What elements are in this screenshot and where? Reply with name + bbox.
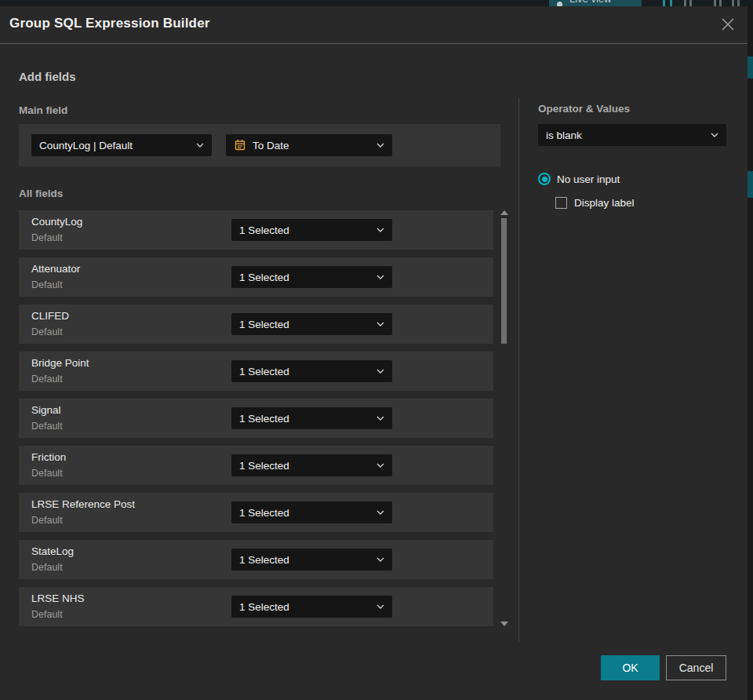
field-selection-dropdown[interactable]: 1 Selected [231, 266, 392, 288]
field-row: CountyLog Default 1 Selected [19, 210, 493, 250]
main-field-date-value: To Date [253, 140, 289, 151]
field-name: Signal [31, 404, 61, 416]
field-selection-value: 1 Selected [239, 601, 289, 613]
field-sublabel: Default [31, 374, 63, 385]
no-user-input-label: No user input [557, 173, 620, 185]
calendar-date-icon [234, 139, 246, 151]
toolbar-fragment-icon [737, 0, 740, 6]
scroll-up-icon[interactable] [500, 210, 508, 215]
screen: { "background": { "live_view_label": "Li… [0, 0, 753, 700]
field-selection-dropdown[interactable]: 1 Selected [231, 313, 392, 335]
display-label-label: Display label [574, 197, 635, 209]
main-field-label: Main field [19, 104, 67, 116]
ok-button[interactable]: OK [601, 655, 660, 680]
no-user-input-option[interactable]: No user input [538, 173, 620, 185]
field-selection-dropdown[interactable]: 1 Selected [231, 454, 392, 476]
field-selection-dropdown[interactable]: 1 Selected [231, 219, 392, 241]
field-row: StateLog Default 1 Selected [19, 540, 493, 579]
panel-divider [518, 98, 519, 642]
field-name: CLIFED [31, 310, 69, 322]
all-fields-label: All fields [19, 188, 63, 199]
chevron-down-icon [376, 510, 384, 515]
main-field-dropdown[interactable]: CountyLog | Default [31, 134, 212, 156]
operator-values-heading: Operator & Values [538, 103, 630, 115]
background-app-strip: Live view [0, 0, 753, 6]
group-sql-expression-builder-dialog: Group SQL Expression Builder Add fields … [0, 6, 748, 700]
chevron-down-icon [711, 133, 718, 137]
operator-dropdown-value: is blank [546, 129, 582, 141]
field-selection-value: 1 Selected [239, 460, 289, 472]
chevron-down-icon [376, 369, 384, 374]
scroll-down-icon[interactable] [500, 622, 508, 626]
all-fields-list: CountyLog Default 1 Selected Attenuator … [19, 210, 493, 626]
live-view-label: Live view [569, 0, 611, 5]
main-field-container: CountyLog | Default To Date [19, 124, 500, 166]
radio-dot-icon [542, 177, 547, 182]
field-row: Bridge Point Default 1 Selected [19, 352, 493, 391]
field-sublabel: Default [31, 468, 63, 479]
toolbar-fragment-icon [684, 0, 686, 6]
toolbar-fragment-icon [663, 0, 665, 6]
scrollbar-thumb[interactable] [501, 218, 507, 344]
field-selection-value: 1 Selected [239, 507, 289, 519]
field-selection-dropdown[interactable]: 1 Selected [231, 549, 392, 571]
field-sublabel: Default [31, 232, 63, 243]
chevron-down-icon [376, 228, 384, 232]
chevron-down-icon [376, 275, 384, 279]
toolbar-fragment-icon [732, 0, 734, 6]
live-view-button[interactable]: Live view [549, 0, 642, 6]
toolbar-fragment-icon [689, 0, 692, 6]
field-name: Attenuator [31, 263, 80, 275]
field-selection-dropdown[interactable]: 1 Selected [231, 596, 392, 618]
field-selection-value: 1 Selected [239, 319, 289, 330]
chevron-down-icon [376, 322, 384, 326]
field-row: LRSE Reference Post Default 1 Selected [19, 493, 493, 532]
field-name: Friction [31, 451, 66, 463]
field-selection-value: 1 Selected [239, 366, 289, 377]
background-right-sliver [748, 6, 753, 700]
field-name: LRSE Reference Post [31, 498, 135, 510]
field-name: CountyLog [31, 216, 82, 228]
field-sublabel: Default [31, 562, 63, 573]
field-sublabel: Default [31, 326, 63, 337]
chevron-down-icon [376, 463, 384, 468]
scrollbar[interactable] [500, 209, 509, 628]
display-label-option[interactable]: Display label [555, 197, 635, 209]
field-selection-value: 1 Selected [239, 413, 289, 425]
chevron-down-icon [196, 143, 204, 148]
field-selection-value: 1 Selected [239, 272, 289, 283]
field-row: Signal Default 1 Selected [19, 399, 493, 438]
field-selection-dropdown[interactable]: 1 Selected [231, 407, 392, 429]
field-name: LRSE NHS [31, 592, 85, 604]
field-sublabel: Default [31, 515, 63, 526]
field-row: Friction Default 1 Selected [19, 446, 493, 485]
main-field-date-dropdown[interactable]: To Date [226, 134, 392, 156]
field-sublabel: Default [31, 421, 63, 432]
field-selection-value: 1 Selected [239, 554, 289, 566]
add-fields-heading: Add fields [19, 70, 76, 83]
field-sublabel: Default [31, 609, 63, 620]
close-icon [721, 17, 735, 34]
toolbar-fragment-icon [670, 0, 672, 6]
cancel-button[interactable]: Cancel [666, 655, 726, 680]
toolbar-fragment-icon [719, 0, 722, 6]
chevron-down-icon [376, 604, 384, 609]
operator-dropdown[interactable]: is blank [538, 124, 726, 146]
field-row: CLIFED Default 1 Selected [19, 304, 493, 344]
field-selection-dropdown[interactable]: 1 Selected [231, 360, 392, 382]
field-name: StateLog [31, 545, 74, 557]
field-row: LRSE NHS Default 1 Selected [19, 587, 493, 626]
chevron-down-icon [376, 557, 384, 562]
toolbar-fragment-icon [714, 0, 716, 6]
no-user-input-radio[interactable] [538, 173, 551, 185]
close-button[interactable] [718, 15, 738, 35]
main-field-dropdown-value: CountyLog | Default [39, 140, 133, 151]
dialog-titlebar: Group SQL Expression Builder [0, 6, 748, 44]
field-row: Attenuator Default 1 Selected [19, 257, 493, 297]
dialog-title: Group SQL Expression Builder [9, 16, 210, 31]
background-fragment [748, 171, 753, 198]
field-selection-dropdown[interactable]: 1 Selected [231, 501, 392, 523]
background-fragment [748, 57, 753, 78]
display-label-checkbox[interactable] [555, 197, 567, 209]
field-selection-value: 1 Selected [239, 224, 289, 236]
